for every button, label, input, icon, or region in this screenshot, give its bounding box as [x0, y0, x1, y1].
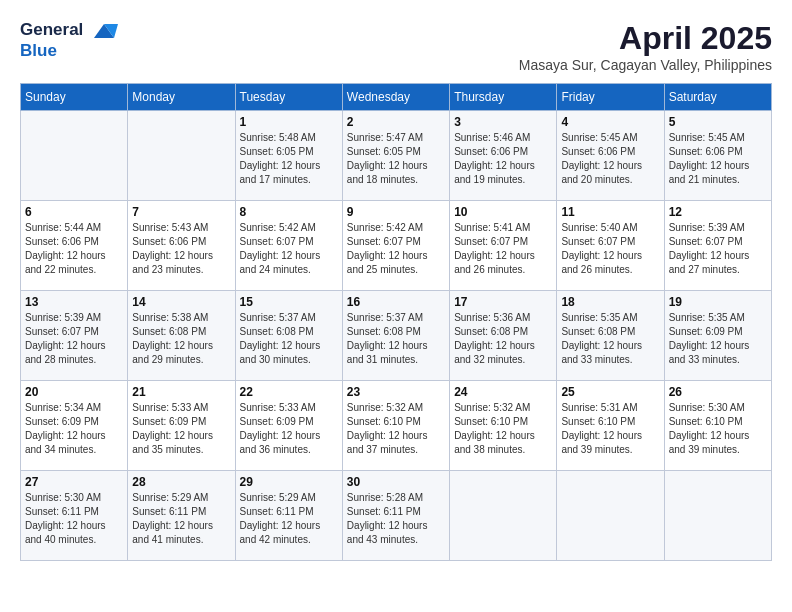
day-info: Sunrise: 5:45 AM Sunset: 6:06 PM Dayligh… — [561, 131, 659, 187]
day-number: 25 — [561, 385, 659, 399]
calendar-cell: 25Sunrise: 5:31 AM Sunset: 6:10 PM Dayli… — [557, 381, 664, 471]
logo-blue: Blue — [20, 42, 120, 61]
calendar-cell: 22Sunrise: 5:33 AM Sunset: 6:09 PM Dayli… — [235, 381, 342, 471]
page-header: General Blue April 2025 Masaya Sur, Caga… — [20, 20, 772, 73]
day-number: 27 — [25, 475, 123, 489]
day-number: 23 — [347, 385, 445, 399]
calendar-cell — [450, 471, 557, 561]
day-number: 13 — [25, 295, 123, 309]
day-info: Sunrise: 5:33 AM Sunset: 6:09 PM Dayligh… — [240, 401, 338, 457]
day-of-week-header: Tuesday — [235, 84, 342, 111]
location: Masaya Sur, Cagayan Valley, Philippines — [519, 57, 772, 73]
calendar-cell: 10Sunrise: 5:41 AM Sunset: 6:07 PM Dayli… — [450, 201, 557, 291]
day-number: 29 — [240, 475, 338, 489]
day-info: Sunrise: 5:28 AM Sunset: 6:11 PM Dayligh… — [347, 491, 445, 547]
day-number: 28 — [132, 475, 230, 489]
calendar-cell: 19Sunrise: 5:35 AM Sunset: 6:09 PM Dayli… — [664, 291, 771, 381]
day-number: 19 — [669, 295, 767, 309]
calendar-table: SundayMondayTuesdayWednesdayThursdayFrid… — [20, 83, 772, 561]
day-number: 9 — [347, 205, 445, 219]
day-info: Sunrise: 5:30 AM Sunset: 6:10 PM Dayligh… — [669, 401, 767, 457]
day-info: Sunrise: 5:31 AM Sunset: 6:10 PM Dayligh… — [561, 401, 659, 457]
calendar-cell: 11Sunrise: 5:40 AM Sunset: 6:07 PM Dayli… — [557, 201, 664, 291]
day-info: Sunrise: 5:37 AM Sunset: 6:08 PM Dayligh… — [240, 311, 338, 367]
day-of-week-header: Sunday — [21, 84, 128, 111]
calendar-cell: 12Sunrise: 5:39 AM Sunset: 6:07 PM Dayli… — [664, 201, 771, 291]
day-info: Sunrise: 5:34 AM Sunset: 6:09 PM Dayligh… — [25, 401, 123, 457]
day-info: Sunrise: 5:48 AM Sunset: 6:05 PM Dayligh… — [240, 131, 338, 187]
day-info: Sunrise: 5:40 AM Sunset: 6:07 PM Dayligh… — [561, 221, 659, 277]
day-number: 18 — [561, 295, 659, 309]
calendar-week-row: 1Sunrise: 5:48 AM Sunset: 6:05 PM Daylig… — [21, 111, 772, 201]
calendar-cell: 5Sunrise: 5:45 AM Sunset: 6:06 PM Daylig… — [664, 111, 771, 201]
logo-text: General — [20, 20, 120, 42]
calendar-cell: 29Sunrise: 5:29 AM Sunset: 6:11 PM Dayli… — [235, 471, 342, 561]
day-info: Sunrise: 5:38 AM Sunset: 6:08 PM Dayligh… — [132, 311, 230, 367]
day-number: 12 — [669, 205, 767, 219]
day-info: Sunrise: 5:32 AM Sunset: 6:10 PM Dayligh… — [454, 401, 552, 457]
calendar-cell: 13Sunrise: 5:39 AM Sunset: 6:07 PM Dayli… — [21, 291, 128, 381]
day-info: Sunrise: 5:32 AM Sunset: 6:10 PM Dayligh… — [347, 401, 445, 457]
day-info: Sunrise: 5:30 AM Sunset: 6:11 PM Dayligh… — [25, 491, 123, 547]
calendar-cell: 7Sunrise: 5:43 AM Sunset: 6:06 PM Daylig… — [128, 201, 235, 291]
calendar-week-row: 6Sunrise: 5:44 AM Sunset: 6:06 PM Daylig… — [21, 201, 772, 291]
calendar-cell: 3Sunrise: 5:46 AM Sunset: 6:06 PM Daylig… — [450, 111, 557, 201]
calendar-cell: 18Sunrise: 5:35 AM Sunset: 6:08 PM Dayli… — [557, 291, 664, 381]
calendar-cell: 24Sunrise: 5:32 AM Sunset: 6:10 PM Dayli… — [450, 381, 557, 471]
day-info: Sunrise: 5:41 AM Sunset: 6:07 PM Dayligh… — [454, 221, 552, 277]
calendar-cell: 20Sunrise: 5:34 AM Sunset: 6:09 PM Dayli… — [21, 381, 128, 471]
day-number: 5 — [669, 115, 767, 129]
day-info: Sunrise: 5:29 AM Sunset: 6:11 PM Dayligh… — [132, 491, 230, 547]
calendar-cell: 30Sunrise: 5:28 AM Sunset: 6:11 PM Dayli… — [342, 471, 449, 561]
calendar-cell: 6Sunrise: 5:44 AM Sunset: 6:06 PM Daylig… — [21, 201, 128, 291]
title-area: April 2025 Masaya Sur, Cagayan Valley, P… — [519, 20, 772, 73]
calendar-cell: 8Sunrise: 5:42 AM Sunset: 6:07 PM Daylig… — [235, 201, 342, 291]
day-info: Sunrise: 5:47 AM Sunset: 6:05 PM Dayligh… — [347, 131, 445, 187]
month-title: April 2025 — [519, 20, 772, 57]
calendar-cell: 23Sunrise: 5:32 AM Sunset: 6:10 PM Dayli… — [342, 381, 449, 471]
calendar-cell: 16Sunrise: 5:37 AM Sunset: 6:08 PM Dayli… — [342, 291, 449, 381]
day-of-week-header: Saturday — [664, 84, 771, 111]
day-info: Sunrise: 5:45 AM Sunset: 6:06 PM Dayligh… — [669, 131, 767, 187]
day-number: 10 — [454, 205, 552, 219]
calendar-cell: 4Sunrise: 5:45 AM Sunset: 6:06 PM Daylig… — [557, 111, 664, 201]
calendar-cell: 15Sunrise: 5:37 AM Sunset: 6:08 PM Dayli… — [235, 291, 342, 381]
day-info: Sunrise: 5:35 AM Sunset: 6:09 PM Dayligh… — [669, 311, 767, 367]
calendar-cell: 26Sunrise: 5:30 AM Sunset: 6:10 PM Dayli… — [664, 381, 771, 471]
day-of-week-header: Friday — [557, 84, 664, 111]
day-number: 7 — [132, 205, 230, 219]
calendar-week-row: 20Sunrise: 5:34 AM Sunset: 6:09 PM Dayli… — [21, 381, 772, 471]
calendar-cell: 1Sunrise: 5:48 AM Sunset: 6:05 PM Daylig… — [235, 111, 342, 201]
day-info: Sunrise: 5:33 AM Sunset: 6:09 PM Dayligh… — [132, 401, 230, 457]
day-number: 15 — [240, 295, 338, 309]
calendar-cell: 14Sunrise: 5:38 AM Sunset: 6:08 PM Dayli… — [128, 291, 235, 381]
day-number: 17 — [454, 295, 552, 309]
day-number: 1 — [240, 115, 338, 129]
day-info: Sunrise: 5:39 AM Sunset: 6:07 PM Dayligh… — [669, 221, 767, 277]
day-number: 8 — [240, 205, 338, 219]
calendar-cell: 28Sunrise: 5:29 AM Sunset: 6:11 PM Dayli… — [128, 471, 235, 561]
day-of-week-header: Thursday — [450, 84, 557, 111]
logo: General Blue — [20, 20, 120, 61]
day-number: 4 — [561, 115, 659, 129]
day-info: Sunrise: 5:37 AM Sunset: 6:08 PM Dayligh… — [347, 311, 445, 367]
day-of-week-header: Wednesday — [342, 84, 449, 111]
calendar-body: 1Sunrise: 5:48 AM Sunset: 6:05 PM Daylig… — [21, 111, 772, 561]
day-of-week-header: Monday — [128, 84, 235, 111]
day-number: 20 — [25, 385, 123, 399]
day-info: Sunrise: 5:35 AM Sunset: 6:08 PM Dayligh… — [561, 311, 659, 367]
day-number: 2 — [347, 115, 445, 129]
calendar-week-row: 13Sunrise: 5:39 AM Sunset: 6:07 PM Dayli… — [21, 291, 772, 381]
day-number: 14 — [132, 295, 230, 309]
day-number: 24 — [454, 385, 552, 399]
day-number: 30 — [347, 475, 445, 489]
day-number: 26 — [669, 385, 767, 399]
day-info: Sunrise: 5:36 AM Sunset: 6:08 PM Dayligh… — [454, 311, 552, 367]
day-number: 16 — [347, 295, 445, 309]
day-info: Sunrise: 5:42 AM Sunset: 6:07 PM Dayligh… — [347, 221, 445, 277]
calendar-cell — [21, 111, 128, 201]
calendar-cell — [128, 111, 235, 201]
calendar-week-row: 27Sunrise: 5:30 AM Sunset: 6:11 PM Dayli… — [21, 471, 772, 561]
day-number: 21 — [132, 385, 230, 399]
day-info: Sunrise: 5:39 AM Sunset: 6:07 PM Dayligh… — [25, 311, 123, 367]
